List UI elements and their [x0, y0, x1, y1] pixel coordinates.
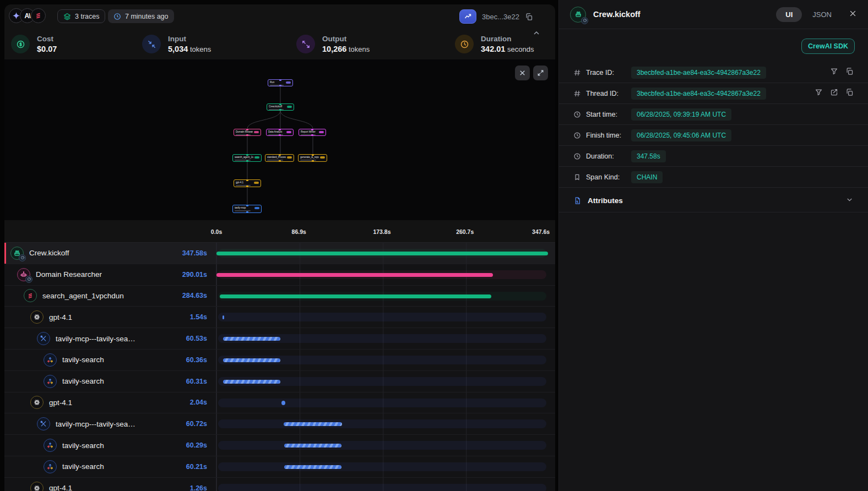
span-row-name: Crew.kickoff347.58s [4, 243, 216, 264]
trace-graph-canvas[interactable]: Run Crew.kickoff Domain Researcher Data … [4, 59, 555, 220]
field-value[interactable]: 3becbfed-a1be-ae84-ea3c-4942867a3e22 [631, 67, 766, 79]
span-label: tavily-mcp---tavily-sea… [56, 335, 135, 343]
field-value[interactable]: 06/28/2025, 09:45:06 AM UTC [631, 129, 731, 141]
span-row-name: gpt-4.11.54s [4, 307, 216, 328]
graph-node-subtext [269, 109, 284, 110]
field-value[interactable]: 3becbfed-a1be-ae84-ea3c-4942867a3e22 [631, 88, 766, 100]
graph-node-badge [286, 131, 291, 133]
span-duration: 284.63s [182, 292, 216, 299]
span-label: search_agent_1vpchdun [42, 292, 124, 300]
span-duration: 1.26s [190, 484, 216, 491]
graph-node[interactable]: Report Writer [299, 129, 326, 136]
openai-icon [30, 482, 44, 491]
copy-icon [845, 67, 854, 75]
graph-node-port [246, 186, 248, 187]
clock-icon [573, 111, 582, 118]
external-button[interactable] [830, 88, 838, 99]
dollar-icon [11, 35, 30, 53]
field-value[interactable]: CHAIN [631, 171, 663, 183]
topbar: A\ 3 traces 7 minutes ago 3bec...3e22 [4, 4, 555, 29]
filter-button[interactable] [830, 67, 838, 78]
chevron-down-icon[interactable] [845, 195, 854, 206]
tab-ui[interactable]: UI [776, 7, 802, 22]
trace-overview-panel: A\ 3 traces 7 minutes ago 3bec...3e22 Co… [4, 4, 555, 491]
copy-trace-id-button[interactable] [525, 13, 533, 21]
scala-stack-icon [34, 12, 42, 20]
trace-age-label: 7 minutes ago [125, 13, 169, 20]
detail-field-spankind: Span Kind:CHAIN [559, 167, 868, 188]
copy-button[interactable] [845, 67, 854, 78]
span-duration: 60.21s [186, 463, 216, 471]
span-row[interactable]: gpt-4.12.04s [4, 392, 555, 414]
attributes-section-header[interactable]: Attributes [559, 189, 868, 212]
traces-count-badge[interactable]: 3 traces [57, 9, 105, 23]
tavily-icon [44, 460, 57, 473]
trend-icon [464, 13, 472, 21]
span-icon-subbadge [25, 276, 32, 283]
clock-icon [455, 35, 474, 53]
stat-value: $0.07 [37, 45, 57, 53]
span-icon-subbadge [581, 17, 588, 24]
span-row[interactable]: Domain Researcher290.01s [4, 264, 555, 286]
span-bar [223, 315, 224, 319]
detail-close-button[interactable] [849, 9, 857, 20]
span-row[interactable]: search_agent_1vpchdun284.63s [4, 286, 555, 307]
span-row[interactable]: gpt-4.11.26s [4, 478, 555, 491]
graph-node[interactable]: Run [268, 79, 293, 86]
stat-label: Output [322, 35, 370, 43]
stats-row: Cost$0.07Input5,034 tokensOutput10,266 t… [4, 29, 555, 59]
graph-node[interactable]: standard_Processing [265, 154, 294, 162]
span-label: Domain Researcher [36, 270, 102, 279]
field-label: Duration: [586, 152, 631, 160]
span-row[interactable]: tavily-mcp---tavily-sea…60.53s [4, 328, 555, 350]
gemini-star-icon [12, 12, 20, 20]
span-row[interactable]: tavily-search60.21s [4, 456, 555, 478]
graph-node-port [279, 160, 281, 162]
hash-icon [573, 69, 582, 77]
span-timeline-cell [216, 328, 548, 349]
stat-value: 10,266 tokens [322, 45, 370, 53]
span-row[interactable]: tavily-search60.36s [4, 350, 555, 371]
scala-stack-avatar [31, 8, 46, 23]
field-value[interactable]: 347.58s [631, 150, 666, 162]
span-row-tail [548, 328, 555, 349]
graph-node[interactable]: Data Analyst [266, 129, 294, 136]
span-row[interactable]: gpt-4.11.54s [4, 307, 555, 328]
detail-field-starttime: Start time:06/28/2025, 09:39:19 AM UTC [559, 104, 868, 125]
axis-tick: 173.8s [373, 228, 390, 235]
trace-chart-button[interactable] [459, 9, 476, 24]
field-value[interactable]: 06/28/2025, 09:39:19 AM UTC [631, 108, 731, 121]
graph-node[interactable]: Domain Researcher [234, 129, 261, 136]
graph-node-port [246, 134, 248, 136]
graph-node[interactable]: tavily-mcp [232, 205, 262, 213]
graph-close-button[interactable] [515, 66, 530, 80]
span-bar-track [218, 419, 546, 428]
stat-cost: Cost$0.07 [11, 29, 142, 59]
tab-json[interactable]: JSON [803, 7, 841, 22]
span-row[interactable]: tavily-mcp---tavily-sea…60.72s [4, 413, 555, 435]
graph-expand-button[interactable] [533, 66, 548, 80]
span-row[interactable]: tavily-search60.31s [4, 371, 555, 392]
span-row-tail [548, 392, 555, 413]
span-timeline-cell [216, 264, 548, 285]
filter-button[interactable] [815, 88, 823, 99]
graph-node[interactable]: Crew.kickoff [267, 103, 294, 111]
span-label: tavily-mcp---tavily-sea… [56, 420, 135, 428]
span-row-tail [548, 243, 555, 264]
axis-tick: 0.0s [211, 228, 222, 235]
span-row-tail [548, 264, 555, 285]
collapse-stats-button[interactable] [532, 29, 541, 40]
traces-count-label: 3 traces [75, 13, 99, 20]
graph-node-port [279, 79, 281, 81]
graph-node[interactable]: search_agent_1vpchdun [232, 154, 262, 162]
graph-node[interactable]: generate_&_report [298, 154, 327, 162]
span-label: gpt-4.1 [49, 313, 72, 321]
span-timeline-cell [216, 392, 548, 413]
trace-id-short: 3bec...3e22 [482, 13, 519, 21]
provider-avatars: A\ [9, 8, 46, 23]
copy-button[interactable] [845, 88, 854, 99]
span-row[interactable]: tavily-search60.29s [4, 435, 555, 456]
span-row[interactable]: Crew.kickoff347.58s [4, 243, 555, 264]
close-icon [519, 69, 526, 77]
graph-node[interactable]: gpt-4.1 [234, 179, 261, 187]
